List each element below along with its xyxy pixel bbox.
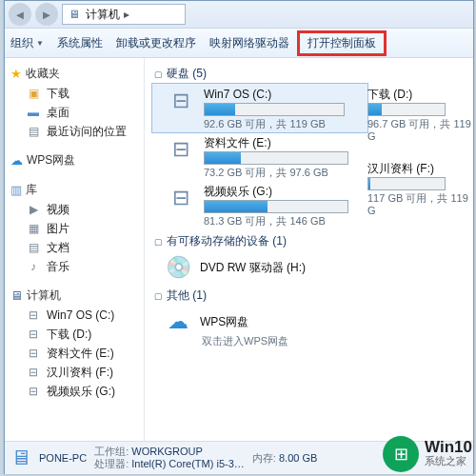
sidebar-favorites-header[interactable]: ★ 收藏夹 [5,62,144,84]
drive-icon: ⊟ [26,346,41,361]
usage-bar [367,177,446,190]
sidebar-item-drive-e[interactable]: ⊟资料文件 (E:) [5,344,144,363]
drive-icon: ⊟ [26,307,41,323]
sidebar-libraries-header[interactable]: ▥ 库 [5,178,144,200]
collapse-icon: ▢ [154,237,163,247]
drive-c[interactable]: ⊟ Win7 OS (C:) 92.6 GB 可用，共 119 GB [152,84,367,132]
folder-icon: ▣ [26,86,41,101]
sidebar-item-drive-g[interactable]: ⊟视频娱乐 (G:) [5,382,144,401]
sidebar-computer-header[interactable]: 🖥 计算机 [5,284,144,306]
recent-icon: ▤ [26,124,41,139]
drive-icon: ⊟ [26,327,41,342]
drive-d[interactable]: 下载 (D:) 96.7 GB 可用，共 119 G [367,84,473,145]
usage-bar [204,151,348,165]
drive-icon: ⊟ [164,136,198,163]
drive-icon: ⊟ [164,88,198,114]
sidebar-item-drive-f[interactable]: ⊟汉川资料 (F:) [5,363,144,382]
nav-forward-button[interactable]: ► [35,3,58,26]
sidebar-item-drive-d[interactable]: ⊟下载 (D:) [5,325,144,344]
video-icon: ▶ [26,202,41,217]
desktop-icon: ▬ [26,105,41,120]
collapse-icon: ▢ [154,69,163,79]
usage-bar [367,103,446,116]
status-pc-name: PONE-PC [39,452,87,465]
category-other[interactable]: ▢ 其他 (1) [152,284,473,306]
drive-icon: ⊟ [26,365,41,380]
usage-bar [204,200,348,213]
wps-subtext: 双击进入WPS网盘 [152,334,473,348]
cloud-icon: ☁ [164,309,192,334]
collapse-icon: ▢ [154,291,163,301]
sidebar-item-desktop[interactable]: ▬桌面 [5,103,144,122]
breadcrumb-root[interactable]: 计算机 [86,7,120,23]
computer-icon: 🖥 [67,7,82,22]
drive-g[interactable]: ⊟ 视频娱乐 (G:) 81.3 GB 可用，共 146 GB [152,181,367,229]
sidebar-item-documents[interactable]: ▤文档 [5,238,144,257]
drive-f[interactable]: 汉川资料 (F:) 117 GB 可用，共 119 G [367,158,473,219]
sidebar-item-music[interactable]: ♪音乐 [5,257,144,276]
sidebar-item-video[interactable]: ▶视频 [5,200,144,219]
documents-icon: ▤ [26,240,41,255]
dvd-drive[interactable]: 💿 DVD RW 驱动器 (H:) [152,251,473,284]
system-properties-button[interactable]: 系统属性 [57,35,103,51]
watermark: ⊞ Win10 系统之家 [383,436,472,472]
windows-badge-icon: ⊞ [383,436,419,472]
libraries-icon: ▥ [10,183,22,197]
cloud-icon: ☁ [10,153,23,168]
sidebar-item-drive-c[interactable]: ⊟Win7 OS (C:) [5,306,144,325]
sidebar-item-pictures[interactable]: ▦图片 [5,219,144,238]
organize-button[interactable]: 组织 ▼ [10,35,44,51]
map-network-drive-button[interactable]: 映射网络驱动器 [209,35,289,51]
music-icon: ♪ [26,259,41,274]
pictures-icon: ▦ [26,221,41,236]
sidebar-wps-header[interactable]: ☁ WPS网盘 [5,149,144,170]
uninstall-program-button[interactable]: 卸载或更改程序 [116,35,196,51]
address-bar[interactable]: 🖥 计算机 ▸ [62,4,186,25]
chevron-down-icon: ▼ [36,39,44,48]
star-icon: ★ [10,67,22,81]
wps-drive[interactable]: ☁ WPS网盘 [152,306,473,334]
nav-back-button[interactable]: ◄ [9,3,31,26]
computer-icon: 🖥 [10,446,31,470]
drive-icon: ⊟ [26,384,41,399]
breadcrumb-sep: ▸ [124,8,129,21]
computer-icon: 🖥 [10,288,23,303]
usage-bar [204,103,345,116]
sidebar-item-recent[interactable]: ▤最近访问的位置 [5,122,144,141]
open-control-panel-button[interactable]: 打开控制面板 [297,30,387,56]
dvd-icon: 💿 [164,255,192,280]
category-hard-drives[interactable]: ▢ 硬盘 (5) [152,62,473,84]
category-removable[interactable]: ▢ 有可移动存储的设备 (1) [152,229,473,251]
sidebar-item-downloads[interactable]: ▣下载 [5,84,144,103]
drive-e[interactable]: ⊟ 资料文件 (E:) 73.2 GB 可用，共 97.6 GB [152,132,367,181]
drive-icon: ⊟ [164,185,198,211]
